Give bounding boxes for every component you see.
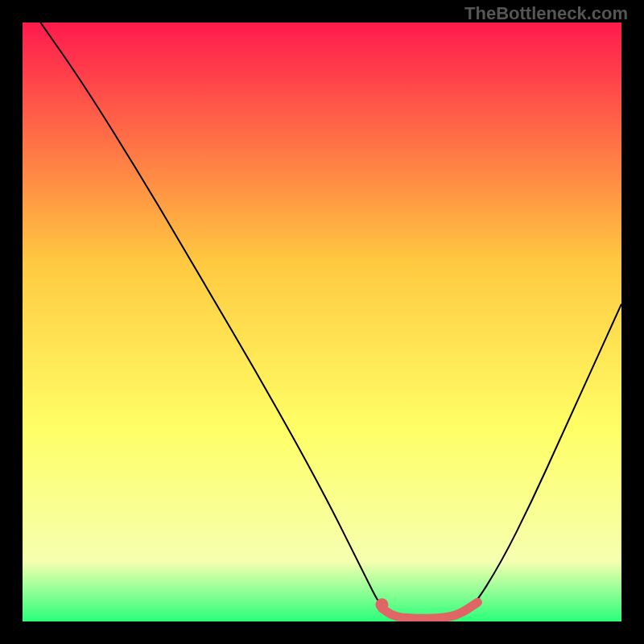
highlight-dot <box>375 598 388 611</box>
gradient-background <box>23 23 621 621</box>
chart-container: TheBottleneck.com <box>0 0 644 644</box>
chart-svg <box>23 23 621 621</box>
plot-area <box>23 23 621 621</box>
watermark-text: TheBottleneck.com <box>464 3 628 24</box>
